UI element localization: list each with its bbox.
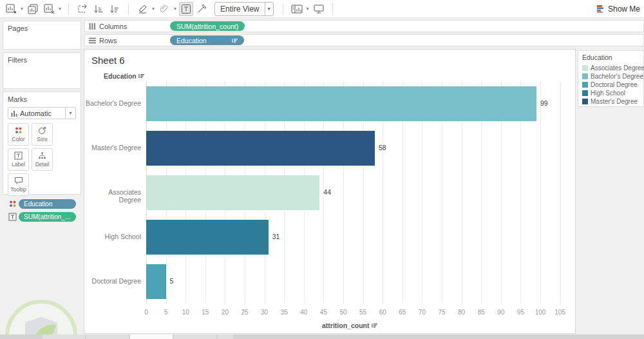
rows-pill-label: Education (176, 37, 207, 44)
row-header[interactable]: Education (104, 72, 144, 80)
sheet-tab-active[interactable] (130, 334, 173, 339)
x-axis-tick-label: 95 (517, 309, 524, 316)
show-me-label: Show Me (608, 5, 640, 14)
fit-mode-dropdown[interactable]: Entire View ▾ (214, 2, 274, 16)
duplicate-sheet-icon[interactable] (26, 2, 40, 16)
clear-sheet-dropdown-icon[interactable]: ▾ (58, 6, 62, 12)
rows-shelf[interactable]: Rows Education (84, 34, 644, 46)
legend-item-high-school[interactable]: High School (582, 89, 639, 97)
color-legend-card: Education Associates DegreeBachelor's De… (578, 50, 644, 107)
fix-axes-icon[interactable] (195, 2, 209, 16)
sort-icon[interactable] (138, 73, 144, 79)
x-axis-tick-label: 15 (202, 309, 209, 316)
sort-descending-icon[interactable] (108, 2, 122, 16)
x-axis-tick-label: 10 (182, 309, 189, 316)
bar-doctoral-degree[interactable] (146, 264, 166, 299)
legend-items: Associates DegreeBachelor's DegreeDoctor… (582, 64, 639, 106)
sheet-tab[interactable] (86, 334, 129, 339)
category-label[interactable]: Associates Degree (84, 188, 141, 204)
x-axis-tick-label: 5 (164, 309, 168, 316)
legend-item-associates-degree[interactable]: Associates Degree (582, 64, 639, 72)
legend-item-doctoral-degree[interactable]: Doctoral Degree (582, 81, 639, 89)
marks-pill-education[interactable]: Education (19, 199, 76, 209)
color-icon (8, 200, 17, 208)
highlight-dropdown-icon[interactable]: ▾ (151, 6, 155, 12)
bar-bachelor-s-degree[interactable] (146, 86, 536, 121)
color-button[interactable]: Color (8, 123, 29, 146)
mark-type-dropdown[interactable]: Automatic ▼ (8, 107, 76, 119)
new-worksheet-icon[interactable] (4, 2, 18, 16)
fit-mode-caret-icon[interactable]: ▾ (265, 3, 273, 15)
sheet-tabs-strip[interactable] (0, 334, 644, 339)
group-members-dropdown-icon[interactable]: ▾ (173, 6, 177, 12)
sheet-title: Sheet 6 (91, 55, 125, 66)
pages-card[interactable]: Pages (3, 21, 81, 50)
presentation-mode-icon[interactable] (312, 2, 326, 16)
x-axis-title-label: attrition_count (322, 322, 370, 329)
columns-pill-label: SUM(attrition_count) (176, 23, 238, 30)
toolbar-divider (68, 3, 69, 15)
x-axis-tick-label: 50 (339, 309, 346, 316)
rows-icon (89, 37, 96, 44)
x-axis-title[interactable]: attrition_count (322, 322, 377, 329)
group-members-icon[interactable] (157, 2, 171, 16)
columns-shelf[interactable]: Columns SUM(attrition_count) (84, 20, 644, 32)
legend-item-bachelor-s-degree[interactable]: Bachelor's Degree (582, 72, 639, 81)
bar-value-label: 44 (323, 188, 331, 196)
size-icon (38, 126, 46, 135)
bar-high-school[interactable] (146, 220, 269, 255)
toolbar-divider (332, 3, 333, 15)
show-hide-cards-dropdown-icon[interactable]: ▾ (306, 6, 310, 12)
marks-button-label: Label (12, 161, 25, 168)
x-axis-tick-label: 105 (554, 309, 565, 316)
filters-card[interactable]: Filters (3, 52, 81, 89)
category-label[interactable]: Master's Degree (84, 144, 141, 151)
detail-button[interactable]: Detail (32, 148, 53, 171)
bar-value-label: 5 (170, 277, 174, 285)
marks-button-label: Tooltip (10, 186, 26, 193)
columns-icon (89, 23, 96, 30)
clear-sheet-icon[interactable] (42, 2, 56, 16)
rows-pill-education[interactable]: Education (170, 35, 244, 45)
marks-pill-row: Education (8, 199, 76, 209)
detail-icon (38, 151, 46, 160)
label-button[interactable]: Label (8, 148, 29, 171)
sheet-tab[interactable] (43, 334, 85, 339)
sort-icon[interactable] (372, 323, 377, 328)
bar-value-label: 99 (540, 99, 548, 107)
rows-shelf-label: Rows (85, 37, 149, 44)
tooltip-button[interactable]: Tooltip (8, 173, 29, 196)
row-header-label: Education (104, 72, 137, 80)
bar-associates-degree[interactable] (146, 175, 319, 210)
category-label[interactable]: High School (84, 233, 141, 240)
marks-pills: EducationSUM(attrition_... (8, 199, 76, 222)
color-icon (14, 126, 23, 135)
new-sheet-tab-button[interactable] (218, 334, 233, 339)
sheet-tab[interactable] (174, 334, 216, 339)
category-label[interactable]: Bachelor's Degree (84, 99, 141, 107)
mark-type-caret-icon[interactable]: ▼ (65, 108, 75, 119)
columns-pill-sum-attrition-count[interactable]: SUM(attrition_count) (170, 21, 245, 31)
marks-card-title: Marks (8, 95, 76, 103)
swap-rows-columns-icon[interactable] (75, 2, 90, 16)
bar-master-s-degree[interactable] (146, 131, 375, 166)
sort-ascending-icon[interactable] (91, 2, 106, 16)
highlight-icon[interactable] (135, 2, 149, 16)
bar-chart-icon (11, 110, 17, 117)
toolbar-format-group: ▾ ▾ (135, 2, 209, 16)
show-hide-cards-icon[interactable] (290, 2, 304, 16)
legend-swatch (582, 90, 588, 96)
watermark-logo (5, 300, 77, 339)
size-button[interactable]: Size (32, 123, 53, 146)
category-label[interactable]: Doctoral Degree (84, 277, 141, 285)
new-worksheet-dropdown-icon[interactable]: ▾ (20, 6, 24, 12)
show-mark-labels-icon[interactable] (179, 2, 193, 16)
x-axis-tick-label: 35 (281, 309, 288, 316)
x-axis-tick-label: 40 (300, 309, 307, 316)
legend-item-master-s-degree[interactable]: Master's Degree (582, 97, 639, 106)
marks-pill-sum-attrition-[interactable]: SUM(attrition_... (19, 212, 76, 222)
show-me-button[interactable]: Show Me (596, 5, 640, 14)
rows-shelf-text: Rows (99, 37, 117, 44)
label-icon (14, 151, 23, 160)
columns-shelf-text: Columns (99, 23, 127, 30)
